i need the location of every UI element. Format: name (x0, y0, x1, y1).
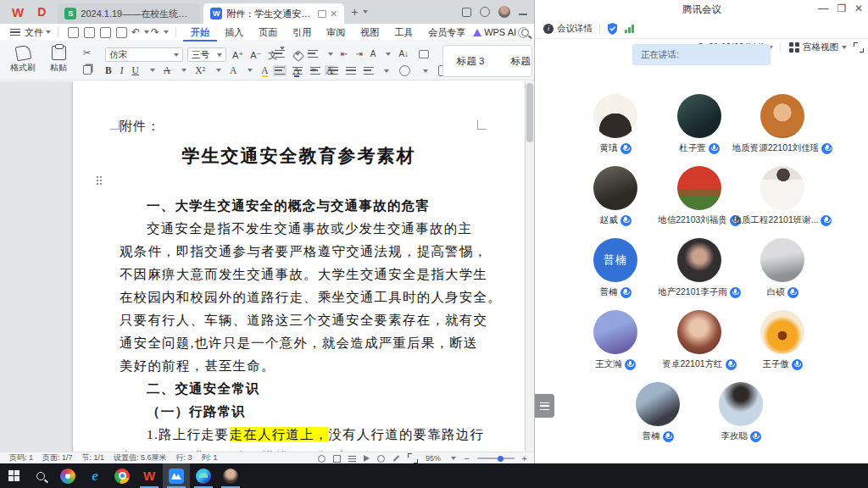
tab-close-icon[interactable]: ✕ (330, 8, 337, 19)
taskbar-edge[interactable] (190, 463, 217, 488)
page-view-icon[interactable] (333, 455, 341, 463)
char-border-button[interactable]: A (230, 65, 236, 75)
mic-icon[interactable] (625, 359, 636, 370)
file-menu-chevron-icon[interactable] (46, 30, 51, 34)
format-painter-button[interactable]: 格式刷 (7, 46, 39, 74)
zoom-slider[interactable] (477, 458, 515, 459)
redo-icon[interactable]: ↷ (151, 26, 159, 38)
document-page[interactable]: 附件： 学生交通安全教育参考素材 一、大学生交通安全的概念与交通事故的危害 交通… (73, 81, 525, 452)
scrollbar-thumb[interactable] (526, 83, 533, 142)
account-avatar[interactable] (498, 6, 510, 18)
paste-button[interactable]: 粘贴 (42, 46, 75, 74)
mic-icon[interactable] (620, 287, 632, 298)
align-center-button[interactable] (292, 67, 303, 75)
taskbar-360-browser[interactable] (54, 463, 81, 488)
start-button[interactable] (0, 463, 27, 488)
skin-settings-icon[interactable] (480, 7, 490, 17)
strikethrough-button[interactable]: A (164, 65, 170, 75)
participant-tile[interactable]: 地信22103刘福贵 (658, 166, 741, 234)
fullscreen-icon[interactable] (854, 42, 864, 53)
participant-tile[interactable]: 王文瀚 (574, 310, 657, 378)
style-item-heading4[interactable]: 标题 4 (498, 55, 532, 68)
mic-icon[interactable] (663, 431, 674, 442)
file-menu[interactable]: 文件 (25, 26, 43, 39)
taskbar-search-button[interactable] (27, 463, 54, 488)
eye-protection-icon[interactable] (318, 455, 326, 463)
wps-app-logo[interactable]: W (12, 5, 24, 19)
participant-tile[interactable]: 资卓22101方红 (658, 310, 741, 378)
undo-chevron-icon[interactable] (144, 30, 149, 34)
taskbar-chrome[interactable] (108, 463, 136, 488)
paragraph-marks-icon[interactable] (419, 50, 429, 58)
view-mode-chevron-icon[interactable] (842, 46, 847, 49)
menu-tab-home[interactable]: 开始 (183, 24, 217, 42)
distribute-button[interactable] (346, 67, 356, 75)
new-tab-button[interactable]: + (351, 5, 358, 19)
participant-tile[interactable]: 杜子萱 (658, 94, 741, 162)
text-direction-icon[interactable]: A (370, 49, 376, 58)
security-shield-icon[interactable] (607, 23, 618, 35)
font-size-select[interactable]: 三号 (187, 47, 226, 62)
italic-button[interactable]: I (120, 65, 124, 75)
participant-tile[interactable]: 黄瑱 (574, 94, 657, 162)
menu-tab-review[interactable]: 审阅 (319, 24, 353, 42)
zoom-chevron-icon[interactable] (451, 457, 456, 460)
wps-ai-button[interactable]: WPS AI (484, 27, 516, 37)
font-name-select[interactable]: 仿宋 (105, 47, 183, 62)
participant-tile[interactable]: 地质工程22101班谢... (741, 166, 824, 234)
participant-tile[interactable]: 王子傲 (741, 310, 824, 378)
print-icon[interactable] (100, 27, 111, 38)
view-mode-button[interactable]: 宫格视图 (803, 42, 838, 53)
increase-font-button[interactable]: A⁺ (232, 50, 243, 61)
cut-icon[interactable]: ✂ (83, 47, 92, 58)
participant-tile[interactable]: 白硕 (741, 238, 824, 306)
menu-tab-view[interactable]: 视图 (353, 24, 387, 42)
participant-tile[interactable]: 普楠 (616, 382, 699, 450)
mic-icon[interactable] (750, 431, 761, 442)
participant-tile[interactable]: 李孜聪 (699, 382, 782, 450)
save-icon[interactable] (68, 27, 79, 38)
taskbar-wps[interactable]: W (136, 463, 163, 488)
meeting-detail-button[interactable]: 会议详情 (557, 23, 593, 35)
bullet-list-icon[interactable] (275, 50, 285, 58)
taskbar-tencent-meeting[interactable] (163, 463, 190, 488)
document-tab-spreadsheet[interactable]: S 2024.1.19——在校生统计表和明 (58, 3, 200, 24)
numbered-list-icon[interactable] (308, 50, 318, 58)
taskbar-internet-explorer[interactable]: e (81, 463, 108, 488)
sort-icon[interactable]: A↓ (398, 49, 409, 58)
bold-button[interactable]: B (105, 65, 112, 75)
print-preview-icon[interactable] (116, 27, 127, 38)
zoom-level[interactable]: 95% (426, 454, 441, 463)
minimize-window-icon[interactable]: — (815, 0, 832, 19)
output-icon[interactable] (84, 27, 95, 38)
outline-view-icon[interactable] (348, 456, 356, 462)
minimize-window-icon[interactable] (519, 14, 527, 15)
info-icon[interactable]: i (543, 24, 554, 34)
superscript-button[interactable]: X² (195, 65, 205, 75)
vertical-scrollbar[interactable] (526, 81, 534, 452)
sync-status-icon[interactable] (518, 27, 529, 38)
maximize-window-icon[interactable]: ❐ (833, 0, 850, 19)
line-spacing-icon[interactable] (364, 67, 374, 75)
close-window-icon[interactable]: ✕ (850, 0, 867, 19)
fit-page-icon[interactable] (408, 453, 418, 463)
tab-list-chevron-icon[interactable] (363, 10, 368, 14)
ink-icon[interactable] (393, 455, 400, 462)
menu-tab-insert[interactable]: 插入 (217, 24, 251, 42)
zoom-in-button[interactable]: + (522, 453, 527, 463)
underline-button[interactable]: U (132, 65, 139, 75)
menu-hamburger-icon[interactable] (10, 29, 20, 36)
read-mode-icon[interactable] (364, 455, 370, 462)
zoom-out-button[interactable]: − (464, 453, 469, 463)
menu-tab-page[interactable]: 页面 (251, 24, 285, 42)
document-tab-active[interactable]: W 附件：学生交通安全教育参考素 ✕ (203, 3, 344, 24)
redo-chevron-icon[interactable] (164, 30, 169, 34)
outdent-icon[interactable]: ⇤ (341, 49, 348, 58)
mic-icon[interactable] (787, 287, 798, 298)
indent-icon[interactable]: ⇥ (355, 49, 362, 58)
taskbar-wechat-account[interactable] (217, 463, 244, 488)
menu-tab-member[interactable]: 会员专享 (420, 24, 473, 42)
menu-tab-reference[interactable]: 引用 (285, 24, 319, 42)
zoom-slider-knob[interactable] (498, 456, 504, 462)
split-view-icon[interactable] (318, 10, 326, 18)
